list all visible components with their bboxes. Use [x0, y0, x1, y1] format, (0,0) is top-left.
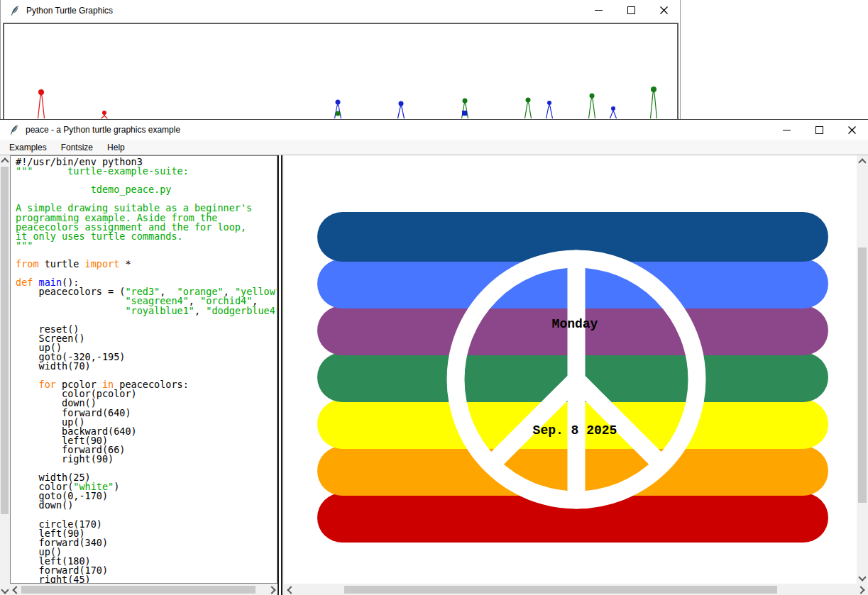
- scroll-down-icon[interactable]: [0, 585, 9, 594]
- code-vertical-scrollbar[interactable]: [0, 155, 9, 595]
- minimize-icon: [595, 10, 603, 11]
- source-code: #!/usr/bin/env python3""" turtle-example…: [11, 156, 277, 584]
- turtle-figure: [335, 100, 341, 119]
- peace-minimize-button[interactable]: [770, 120, 803, 140]
- peace-sign: [284, 155, 857, 584]
- canvas-label: Sep. 8 2025: [533, 423, 617, 438]
- code-horizontal-scrollbar[interactable]: [10, 584, 278, 595]
- maximize-icon: [627, 6, 635, 14]
- menu-fontsize[interactable]: Fontsize: [59, 141, 95, 154]
- turtle-figure: [101, 111, 108, 118]
- code-line: width(70): [16, 362, 277, 371]
- python-feather-icon: [9, 124, 20, 135]
- turtle-figure: [651, 87, 657, 118]
- code-editor[interactable]: #!/usr/bin/env python3""" turtle-example…: [10, 155, 278, 584]
- maximize-icon: [815, 126, 823, 134]
- code-line: right(90): [16, 455, 277, 464]
- turtle-graphics-canvas: [3, 23, 679, 130]
- peace-diagonal-1: [576, 379, 661, 465]
- peace-demo-window: peace - a Python turtle graphics example…: [0, 119, 868, 595]
- menubar: Examples Fontsize Help: [0, 140, 868, 155]
- turtle-figure: [398, 101, 405, 119]
- turtle-figure: [525, 98, 532, 119]
- canvas-label: Monday: [552, 317, 598, 331]
- code-line: "royalblue1", "dodgerblue4"): [16, 306, 277, 316]
- scroll-right-icon[interactable]: [267, 585, 276, 594]
- code-line: """: [16, 241, 277, 250]
- bg-close-button[interactable]: [647, 0, 680, 21]
- scroll-down-icon[interactable]: [857, 572, 867, 582]
- bg-maximize-button[interactable]: [615, 0, 647, 21]
- bg-window-title: Python Turtle Graphics: [26, 6, 113, 16]
- turtle-graphics-window: Python Turtle Graphics: [0, 0, 681, 128]
- turtle-figure: [38, 89, 45, 118]
- code-line: tdemo_peace.py: [16, 185, 277, 194]
- peace-titlebar[interactable]: peace - a Python turtle graphics example: [0, 120, 868, 140]
- scroll-up-icon[interactable]: [857, 157, 867, 167]
- code-line: right(45): [16, 575, 277, 584]
- turtle-figure: [462, 99, 468, 119]
- scrollbar-thumb[interactable]: [1, 167, 9, 514]
- code-line: """ turtle-example-suite:: [16, 167, 277, 176]
- peace-maximize-button[interactable]: [803, 120, 835, 140]
- pane-divider[interactable]: [278, 155, 282, 595]
- python-feather-icon: [9, 5, 21, 16]
- turtle-canvas: MondaySep. 8 2025: [284, 155, 857, 584]
- code-line: from turtle import *: [16, 260, 277, 269]
- peace-diagonal-0: [491, 379, 576, 465]
- scrollbar-thumb[interactable]: [21, 586, 256, 594]
- close-icon: [660, 6, 668, 14]
- scroll-left-icon[interactable]: [286, 585, 295, 594]
- content-area: #!/usr/bin/env python3""" turtle-example…: [0, 155, 868, 595]
- turtle-figure: [546, 101, 553, 118]
- scroll-right-icon[interactable]: [856, 585, 865, 594]
- menu-help[interactable]: Help: [105, 141, 127, 154]
- peace-close-button[interactable]: [835, 120, 868, 140]
- scrollbar-thumb[interactable]: [858, 248, 867, 503]
- bg-minimize-button[interactable]: [582, 0, 615, 21]
- scrollbar-thumb[interactable]: [344, 586, 777, 594]
- canvas-vertical-scrollbar[interactable]: [857, 155, 868, 584]
- bg-titlebar[interactable]: Python Turtle Graphics: [1, 0, 680, 21]
- peace-window-title: peace - a Python turtle graphics example: [26, 125, 180, 135]
- menu-examples[interactable]: Examples: [7, 141, 49, 154]
- turtle-figure: [610, 106, 617, 118]
- scroll-up-icon[interactable]: [0, 157, 9, 166]
- code-line: it only uses turtle commands.: [16, 232, 277, 241]
- minimize-icon: [783, 130, 791, 130]
- close-icon: [848, 126, 856, 134]
- turtle-figure: [589, 94, 595, 119]
- scroll-left-icon[interactable]: [11, 585, 21, 594]
- canvas-horizontal-scrollbar[interactable]: [284, 584, 868, 595]
- code-line: down(): [16, 501, 277, 510]
- turtle-figures: [4, 24, 674, 126]
